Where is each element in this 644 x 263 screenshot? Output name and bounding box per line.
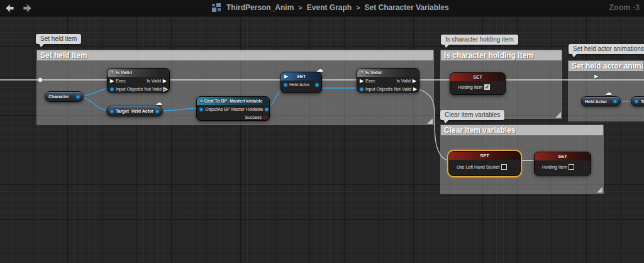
blueprint-graph-canvas[interactable]: Set held item Is character holding item …	[0, 17, 644, 263]
pin-label: Is Valid	[396, 79, 410, 83]
node-get-held-actor-2[interactable]: Held Actor	[581, 96, 621, 106]
object-in-pin[interactable]	[360, 87, 364, 91]
node-title-bar[interactable]: ? Is Valid	[357, 69, 419, 77]
bool-in-pin[interactable]	[452, 165, 455, 169]
object-in-pin[interactable]	[110, 87, 114, 91]
object-in-pin[interactable]	[635, 99, 638, 103]
data-wire-heldactor-to-cast	[160, 108, 199, 111]
bool-in-pin[interactable]	[537, 165, 540, 169]
forward-arrow-icon[interactable]	[21, 4, 31, 15]
bool-out-pin[interactable]	[499, 86, 502, 89]
comment-bubble: Clear item variables	[440, 110, 504, 120]
comment-bubble: Set held actor animations	[569, 44, 644, 54]
bool-checkbox-unchecked[interactable]	[569, 164, 574, 170]
data-wire-character-to-target	[80, 97, 109, 111]
macro-question-icon: ?	[111, 70, 114, 76]
wire-layer	[0, 17, 644, 263]
node-title: Cast To BP_MasterHoldable	[204, 99, 262, 103]
breadcrumb-separator: >	[356, 4, 360, 11]
pin-label: Exec	[116, 79, 126, 83]
pin-label: Is Not Valid	[389, 87, 411, 91]
variable-label: Held Actor	[131, 109, 153, 113]
node-title: SET	[558, 154, 567, 159]
node-set-use-left-hand-socket[interactable]: ▶ SET ▶ Use Left Hand Socket	[448, 151, 521, 176]
pin-label: Object	[205, 107, 218, 111]
exec-in-pin[interactable]: ▶	[110, 79, 114, 84]
back-arrow-icon[interactable]	[6, 4, 16, 15]
exec-out-pin[interactable]: ▶	[163, 79, 167, 84]
object-out-pin[interactable]	[155, 109, 159, 113]
node-title: SET	[480, 153, 489, 159]
node-set-holding-item-false[interactable]: ▶ SET ▷ Holding Item	[534, 152, 591, 176]
variable-label: Held Actor	[585, 99, 607, 104]
breadcrumb-item-blueprint[interactable]: ThirdPerson_Anim	[226, 3, 294, 12]
node-title: SET	[473, 74, 482, 80]
bool-checkbox-checked[interactable]: ✓	[484, 84, 490, 90]
pin-label: Exec	[365, 79, 375, 83]
node-title: Is Valid	[116, 70, 132, 76]
node-cast-to-bp-masterholdable[interactable]: » Cast To BP_MasterHoldable Object As BP…	[196, 96, 270, 121]
breadcrumb: ThirdPerson_Anim > Event Graph > Set Cha…	[212, 3, 449, 12]
breadcrumb-separator: >	[298, 4, 302, 11]
pin-label: Use Left Hand Socket	[457, 165, 499, 169]
node-get-held-actor[interactable]: Target Held Actor	[106, 106, 163, 116]
data-wire-character-to-isvalid	[80, 88, 109, 96]
exec-wire-isnotvalid-to-clear	[416, 89, 448, 160]
variable-label: Character	[48, 94, 69, 99]
comment-bubble: Is character holding item	[441, 35, 518, 45]
bool-out-pin[interactable]	[264, 116, 267, 119]
pin-label: Holding Item	[542, 165, 567, 169]
node-title-bar[interactable]: ? Is Valid	[108, 69, 169, 77]
node-is-valid-2[interactable]: ? Is Valid ▶Exec Is Valid▶ Input Object …	[357, 68, 419, 92]
zoom-level-indicator: Zoom -3	[609, 3, 640, 12]
node-title-bar[interactable]: ▶ SET ▶	[449, 152, 520, 160]
exec-out-pin[interactable]: ▶	[413, 79, 416, 84]
object-out-pin[interactable]	[76, 95, 80, 99]
blueprint-icon	[212, 3, 221, 12]
exec-in-pin[interactable]: ▶	[284, 74, 288, 79]
bool-in-pin[interactable]	[453, 86, 456, 89]
node-is-valid-1[interactable]: ? Is Valid ▶Exec Is Valid▶ Input Object …	[107, 68, 170, 92]
cast-icon: »	[200, 98, 202, 104]
node-comment-bubble-icon[interactable]: ☁	[605, 89, 612, 96]
object-out-pin[interactable]	[613, 99, 617, 103]
comment-bubble: Set held item	[36, 34, 81, 44]
breadcrumb-item-current[interactable]: Set Character Variables	[365, 3, 449, 12]
exec-out-pin-unconnected[interactable]: ▷	[164, 87, 167, 92]
pin-label: Input Object	[365, 87, 389, 91]
bool-checkbox-unchecked[interactable]	[501, 164, 507, 170]
node-title-bar[interactable]: ▶ SET ▷	[535, 152, 591, 160]
target-in-pin[interactable]	[110, 109, 114, 113]
pin-label: Is Not Valid	[140, 87, 162, 91]
pin-label: Target	[641, 99, 644, 104]
node-title-bar[interactable]: ▶ SET ▶	[281, 72, 321, 81]
node-comment-bubble-icon[interactable]: ☁	[155, 99, 162, 106]
pin-label: Input Object	[116, 87, 140, 91]
reroute-node	[38, 78, 42, 82]
object-in-pin[interactable]	[199, 108, 203, 111]
pin-label: Success	[245, 115, 262, 120]
node-set-held-actor[interactable]: ▶ SET ▶ Held Actor	[280, 72, 322, 93]
exec-out-pin[interactable]: ▶	[413, 87, 417, 92]
node-target-pill-partial[interactable]: Target	[631, 96, 644, 106]
breadcrumb-item-event-graph[interactable]: Event Graph	[307, 3, 352, 12]
object-out-pin[interactable]	[265, 108, 269, 111]
bool-out-pin[interactable]	[585, 165, 588, 169]
node-comment-bubble-icon[interactable]: ☁	[316, 66, 323, 73]
node-get-character[interactable]: Character	[45, 91, 84, 102]
node-title: SET	[297, 74, 306, 79]
macro-question-icon: ?	[360, 70, 364, 76]
bool-out-pin[interactable]	[514, 165, 518, 169]
node-set-holding-item-true[interactable]: ▶ SET ▶ Holding Item✓	[450, 72, 506, 95]
object-in-pin[interactable]	[284, 83, 287, 87]
pin-label: Is Valid	[147, 79, 160, 83]
node-title-bar[interactable]: ▶ SET ▶	[450, 73, 505, 81]
exec-in-pin[interactable]: ▶	[360, 79, 364, 84]
pin-label: Held Actor	[289, 82, 309, 87]
node-title-bar[interactable]: » Cast To BP_MasterHoldable	[197, 97, 269, 105]
pin-label: Holding Item	[458, 85, 482, 89]
node-title: Is Valid	[365, 70, 382, 76]
pin-label: Target	[116, 109, 129, 113]
object-out-pin[interactable]	[315, 83, 319, 87]
pin-label: As BP Master Holdable	[218, 107, 263, 111]
